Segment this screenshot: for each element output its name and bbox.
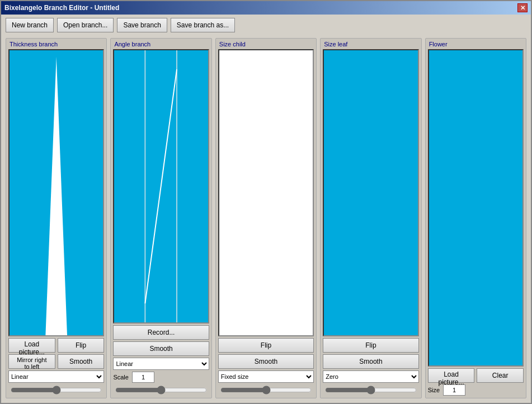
angle-controls: Record... Smooth Linear Smooth Step Scal… [113, 325, 209, 396]
main-window: Bixelangelo Branch Editor - Untitled ✕ N… [0, 0, 532, 404]
angle-scale-row: Scale [113, 372, 209, 383]
thickness-select-row: Linear Smooth Step [8, 370, 104, 383]
angle-smooth-button[interactable]: Smooth [113, 341, 209, 356]
thickness-canvas[interactable] [8, 49, 104, 336]
angle-scale-label: Scale [113, 374, 129, 381]
thickness-slider-row [8, 384, 104, 396]
flower-canvas[interactable] [428, 49, 524, 367]
size-child-select-row: Fixed size Linear Smooth [218, 370, 314, 383]
size-child-canvas[interactable] [218, 49, 314, 336]
size-child-label: Size child [218, 41, 314, 47]
thickness-flip-button[interactable]: Flip [58, 338, 105, 353]
flower-panel: Flower Load picture... Clear Size [425, 38, 526, 398]
flower-controls: Load picture... Clear Size [428, 368, 524, 396]
size-child-controls: Flip Smooth Fixed size Linear Smooth [218, 338, 314, 396]
flower-label: Flower [428, 41, 524, 47]
size-leaf-canvas[interactable] [323, 49, 418, 336]
thickness-btn-row2: Mirror right to left Smooth [8, 354, 104, 369]
window-title: Bixelangelo Branch Editor - Untitled [4, 4, 119, 12]
open-branch-button[interactable]: Open branch... [57, 18, 114, 32]
angle-panel: Angle branch Record... Smooth [110, 38, 211, 398]
size-leaf-slider-row [323, 384, 418, 396]
flower-btn-row1: Load picture... Clear [428, 368, 524, 383]
size-leaf-select[interactable]: Zero Linear Smooth [323, 370, 418, 383]
thickness-smooth-button[interactable]: Smooth [58, 354, 105, 369]
angle-scale-input[interactable] [132, 372, 154, 383]
size-child-flip-button[interactable]: Flip [218, 338, 314, 353]
size-leaf-controls: Flip Smooth Zero Linear Smooth [323, 338, 418, 396]
svg-rect-8 [429, 50, 522, 365]
thickness-load-picture-button[interactable]: Load picture... [8, 338, 55, 353]
save-branch-button[interactable]: Save branch [117, 18, 167, 32]
angle-label: Angle branch [113, 41, 209, 47]
angle-btn-row1: Record... [113, 325, 209, 340]
size-child-smooth-button[interactable]: Smooth [218, 354, 314, 369]
size-leaf-select-row: Zero Linear Smooth [323, 370, 418, 383]
thickness-btn-row1: Load picture... Flip [8, 338, 104, 353]
flower-load-picture-button[interactable]: Load picture... [428, 368, 475, 383]
angle-canvas[interactable] [113, 49, 209, 324]
thickness-label: Thickness branch [8, 41, 104, 47]
flower-size-row: Size [428, 384, 524, 396]
flower-size-input[interactable] [443, 384, 465, 396]
thickness-slider[interactable] [11, 386, 102, 395]
thickness-controls: Load picture... Flip Mirror right to lef… [8, 338, 104, 396]
svg-rect-7 [324, 50, 417, 335]
angle-btn-row2: Smooth [113, 341, 209, 356]
angle-slider-row [113, 384, 209, 396]
size-leaf-btn-row1: Flip [323, 338, 418, 353]
toolbar: New branch Open branch... Save branch Sa… [1, 15, 531, 36]
close-button[interactable]: ✕ [517, 3, 528, 12]
angle-record-button[interactable]: Record... [113, 325, 209, 340]
flower-clear-button[interactable]: Clear [477, 368, 524, 383]
angle-slider[interactable] [115, 386, 206, 395]
size-child-btn-row1: Flip [218, 338, 314, 353]
main-content: Thickness branch Load picture... Flip Mi… [1, 36, 531, 403]
size-child-panel: Size child Flip Smooth Fixed size Linear [215, 38, 317, 398]
angle-select-row: Linear Smooth Step [113, 358, 209, 370]
size-child-select[interactable]: Fixed size Linear Smooth [218, 370, 314, 383]
flower-size-label: Size [428, 387, 440, 393]
thickness-panel: Thickness branch Load picture... Flip Mi… [6, 38, 107, 398]
thickness-select[interactable]: Linear Smooth Step [8, 370, 104, 383]
angle-select[interactable]: Linear Smooth Step [113, 358, 209, 370]
size-child-slider[interactable] [220, 386, 312, 395]
size-child-slider-row [218, 384, 314, 396]
size-leaf-flip-button[interactable]: Flip [323, 338, 418, 353]
size-child-btn-row2: Smooth [218, 354, 314, 369]
size-leaf-btn-row2: Smooth [323, 354, 418, 369]
new-branch-button[interactable]: New branch [6, 18, 54, 32]
svg-rect-6 [219, 50, 313, 335]
size-leaf-smooth-button[interactable]: Smooth [323, 354, 418, 369]
size-leaf-label: Size leaf [323, 41, 418, 47]
thickness-mirror-button[interactable]: Mirror right to left [8, 354, 55, 369]
size-leaf-slider[interactable] [325, 386, 416, 395]
save-branch-as-button[interactable]: Save branch as... [171, 18, 235, 32]
size-leaf-panel: Size leaf Flip Smooth Zero Linear Smoo [320, 38, 421, 398]
title-bar: Bixelangelo Branch Editor - Untitled ✕ [1, 1, 531, 15]
